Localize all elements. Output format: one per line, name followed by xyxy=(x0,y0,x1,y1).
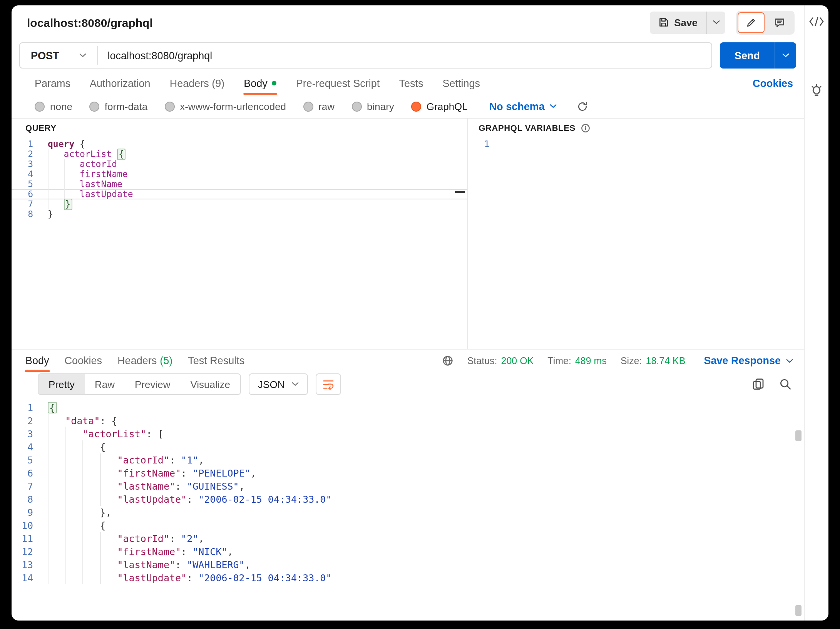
graphql-variables-editor[interactable]: 1 xyxy=(468,137,804,349)
tab-params[interactable]: Params xyxy=(35,72,70,95)
query-pane: QUERY 1query {2actorList {3actorId4first… xyxy=(12,119,467,349)
mode-binary[interactable]: binary xyxy=(351,100,394,112)
indent-guide xyxy=(82,545,100,558)
response-tab-test-results[interactable]: Test Results xyxy=(188,350,244,372)
mode-none[interactable]: none xyxy=(35,100,72,112)
indent-guide xyxy=(82,558,100,571)
indent-guide xyxy=(65,532,82,545)
tab-settings[interactable]: Settings xyxy=(442,72,480,95)
line-number: 4 xyxy=(12,440,41,453)
indent-guide xyxy=(100,480,117,493)
line-number: 5 xyxy=(12,453,41,467)
view-raw[interactable]: Raw xyxy=(85,374,125,394)
radio-selected-icon xyxy=(411,101,421,111)
code-text: "lastUpdate": "2006-02-15 04:34:33.0" xyxy=(41,493,331,506)
save-options-button[interactable] xyxy=(707,11,725,33)
indent-guide xyxy=(48,427,65,440)
copy-icon[interactable] xyxy=(752,378,765,390)
send-button[interactable]: Send xyxy=(720,42,775,69)
tab-body-label: Body xyxy=(244,77,268,89)
code-text: query { xyxy=(41,139,85,149)
lightbulb-icon[interactable] xyxy=(809,84,824,99)
indent-guide xyxy=(82,480,100,493)
indent-guide xyxy=(48,506,65,519)
line-number: 1 xyxy=(468,139,497,149)
line-number: 2 xyxy=(12,149,41,159)
code-line: 11"actorId": "2", xyxy=(12,532,804,545)
url-input[interactable]: localhost:8080/graphql xyxy=(98,43,711,68)
response-tab-cookies[interactable]: Cookies xyxy=(65,350,102,372)
line-number: 1 xyxy=(12,401,41,414)
code-line: 2actorList { xyxy=(12,149,467,159)
code-line: 3actorId xyxy=(12,159,467,169)
tab-tests[interactable]: Tests xyxy=(399,72,423,95)
response-tab-headers[interactable]: Headers (5) xyxy=(117,350,172,372)
time-badge: Time: 489 ms xyxy=(547,355,607,366)
cookies-link[interactable]: Cookies xyxy=(753,77,793,89)
indent-guide xyxy=(82,519,100,532)
save-icon xyxy=(658,17,669,28)
chevron-down-icon xyxy=(786,358,793,363)
method-select[interactable]: POST xyxy=(20,43,97,68)
graphql-query-editor[interactable]: 1query {2actorList {3actorId4firstName5l… xyxy=(12,137,467,349)
wrap-lines-button[interactable] xyxy=(315,373,341,395)
code-snippet-icon[interactable] xyxy=(808,16,825,27)
response-meta: Status: 200 OK Time: 489 ms Size: 18.74 … xyxy=(439,355,793,366)
postman-request-window: localhost:8080/graphql Save xyxy=(12,5,828,621)
tab-body[interactable]: Body xyxy=(244,72,277,95)
scrollbar-thumb[interactable] xyxy=(795,430,802,441)
line-number: 3 xyxy=(12,159,41,169)
indent-guide xyxy=(48,199,64,209)
view-preview[interactable]: Preview xyxy=(125,374,181,394)
indent-guide xyxy=(82,453,100,467)
refresh-schema-button[interactable] xyxy=(577,100,589,112)
pencil-icon xyxy=(746,17,756,27)
query-pane-title: QUERY xyxy=(25,123,56,132)
indent-guide xyxy=(64,169,80,179)
tab-headers[interactable]: Headers (9) xyxy=(170,72,225,95)
code-line: 1{ xyxy=(12,401,804,414)
comment-button[interactable] xyxy=(766,12,793,33)
indent-guide xyxy=(48,159,64,169)
size-value: 18.74 KB xyxy=(646,355,686,366)
indent-guide xyxy=(48,169,64,179)
code-line: 8} xyxy=(12,209,467,219)
response-body-editor[interactable]: 1{2"data": {3"actorList": [4{5"actorId":… xyxy=(12,396,804,621)
code-line: 6"firstName": "PENELOPE", xyxy=(12,467,804,480)
save-button-label: Save xyxy=(674,17,698,28)
send-options-button[interactable] xyxy=(775,42,796,69)
scrollbar-thumb[interactable] xyxy=(795,605,802,616)
response-tab-headers-label: Headers xyxy=(117,355,157,366)
indent-guide xyxy=(82,506,100,519)
code-line: 9}, xyxy=(12,506,804,519)
globe-icon[interactable] xyxy=(442,355,453,366)
code-text: "actorId": "1", xyxy=(41,453,204,467)
mode-graphql[interactable]: GraphQL xyxy=(411,100,468,112)
view-visualize[interactable]: Visualize xyxy=(180,374,240,394)
indent-guide xyxy=(82,440,100,453)
line-number: 6 xyxy=(12,467,41,480)
schema-dropdown[interactable]: No schema xyxy=(489,100,557,112)
indent-guide xyxy=(82,493,100,506)
radio-icon xyxy=(35,101,45,111)
search-icon[interactable] xyxy=(779,378,791,390)
request-title: localhost:8080/graphql xyxy=(27,16,153,29)
mode-form-data[interactable]: form-data xyxy=(89,100,147,112)
code-line: 1 xyxy=(468,139,804,149)
response-tab-body[interactable]: Body xyxy=(25,350,49,372)
code-text: }, xyxy=(41,506,112,519)
mode-urlencoded[interactable]: x-www-form-urlencoded xyxy=(164,100,286,112)
tab-prerequest-script[interactable]: Pre-request Script xyxy=(296,72,380,95)
format-dropdown[interactable]: JSON xyxy=(249,373,308,395)
mode-raw[interactable]: raw xyxy=(303,100,335,112)
response-view-switch: Pretty Raw Preview Visualize xyxy=(38,373,241,395)
info-icon[interactable] xyxy=(581,123,591,133)
view-pretty[interactable]: Pretty xyxy=(38,374,85,394)
edit-button[interactable] xyxy=(738,12,765,33)
save-response-dropdown[interactable]: Save Response xyxy=(704,355,793,366)
chevron-down-icon xyxy=(782,53,789,58)
mode-binary-label: binary xyxy=(367,100,394,112)
save-button[interactable]: Save xyxy=(649,11,706,33)
status-value: 200 OK xyxy=(501,355,534,366)
tab-authorization[interactable]: Authorization xyxy=(90,72,151,95)
